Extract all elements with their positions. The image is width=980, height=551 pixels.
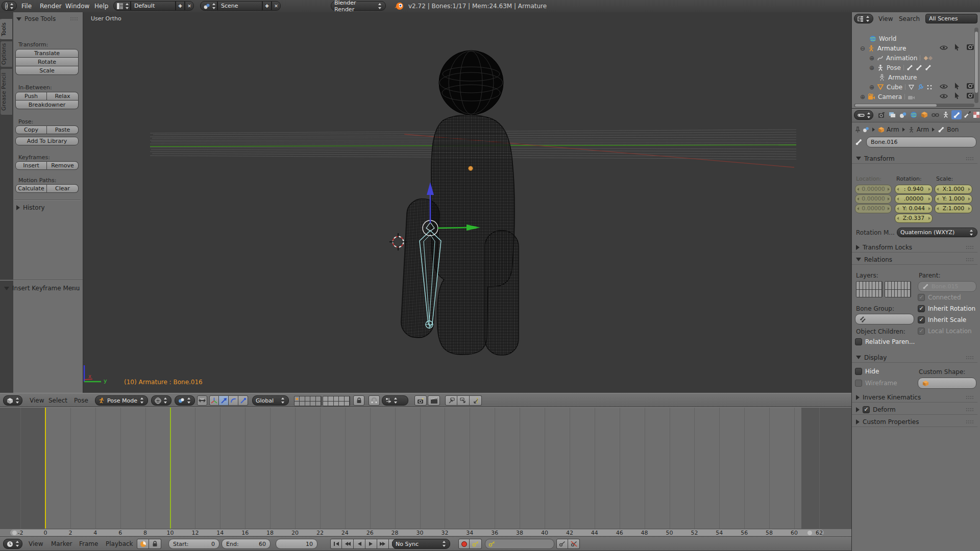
current-frame-line[interactable] [170, 408, 171, 529]
relative-parent-checkbox[interactable]: ✓ [855, 338, 862, 345]
expand-icon[interactable]: ⊕ [869, 84, 874, 90]
inverse-kinematics-panel-header[interactable]: Inverse Kinematics [852, 392, 977, 403]
add-scene-button[interactable]: ✚ [262, 1, 272, 11]
ruler-scrollbar-knob-right[interactable] [807, 531, 812, 535]
renderable-camera-icon[interactable] [966, 44, 974, 51]
tab-render[interactable] [876, 110, 887, 119]
relax-button[interactable]: Relax [47, 92, 79, 101]
bone-layers-grid-1[interactable] [856, 281, 883, 297]
viewport-menu-pose[interactable]: Pose [74, 397, 88, 404]
outliner-item-cube[interactable]: ⊕ Cube [869, 82, 933, 92]
bone-name-field[interactable]: Bone.016 [866, 137, 976, 147]
breadcrumb-armature-label[interactable]: Arm [917, 126, 929, 133]
keying-set-field[interactable] [485, 539, 554, 549]
snap-element-selector[interactable] [382, 395, 408, 406]
add-to-library-button[interactable]: Add To Library [15, 137, 79, 145]
mode-selector[interactable]: Pose Mode [95, 395, 148, 406]
tab-armature-data[interactable] [941, 110, 951, 119]
expand-icon[interactable]: ⊕ [869, 55, 874, 61]
viewport-3d[interactable]: z x y User Ortho (10) Armature : Bone.01… [0, 12, 851, 393]
viewport-menu-view[interactable]: View [30, 397, 44, 404]
tab-texture[interactable] [973, 110, 980, 119]
info-editor-button[interactable]: i [2, 1, 17, 11]
jump-next-keyframe-button[interactable] [377, 539, 389, 549]
jump-prev-keyframe-button[interactable] [342, 539, 354, 549]
frame-end-field[interactable]: End:60 [222, 539, 271, 549]
breadcrumb-armature-icon[interactable] [908, 127, 915, 133]
play-reverse-button[interactable] [354, 539, 365, 549]
snap-toggle-button[interactable] [369, 395, 380, 406]
inherit-rotation-checkbox[interactable]: ✓ [918, 305, 925, 312]
pin-icon[interactable] [855, 127, 861, 133]
transform-locks-panel-header[interactable]: Transform Locks [852, 242, 977, 253]
opengl-render-button[interactable] [414, 395, 427, 406]
selectable-cursor-icon[interactable] [954, 82, 960, 90]
ruler-scrollbar-knob-left[interactable] [12, 531, 17, 535]
transform-orientation-selector[interactable]: Global [252, 395, 289, 406]
pivot-point-selector[interactable] [175, 395, 195, 406]
lock-time-cursor-button[interactable] [149, 539, 161, 549]
autokey-record-button[interactable] [458, 539, 470, 549]
properties-editor-type-selector[interactable] [854, 110, 873, 120]
location-x-field[interactable]: 0.00000 [855, 185, 892, 194]
local-location-checkbox-row[interactable]: ✓ Local Location [918, 328, 972, 335]
lock-to-scene-button[interactable] [353, 395, 364, 406]
calculate-paths-button[interactable]: Calculate [15, 184, 47, 193]
outliner-vscrollbar-thumb[interactable] [975, 32, 978, 93]
expand-icon[interactable]: ⊕ [869, 65, 874, 71]
tab-world[interactable] [909, 110, 919, 119]
inherit-scale-checkbox-row[interactable]: ✓ Inherit Scale [918, 316, 966, 323]
tab-bone-constraints[interactable] [962, 110, 972, 119]
push-button[interactable]: Push [15, 92, 47, 101]
outliner-item-armature-data[interactable]: Armature [878, 72, 917, 82]
frame-start-field[interactable]: Start:0 [168, 539, 219, 549]
manipulator-toggle-button[interactable] [197, 395, 207, 406]
outliner-menu-view[interactable]: View [878, 15, 893, 22]
scene-name-field[interactable]: Scene [217, 1, 262, 11]
tab-tools[interactable]: Tools [0, 18, 13, 40]
deform-panel-header[interactable]: ✓ Deform [852, 405, 977, 415]
render-engine-selector[interactable]: Blender Render [331, 1, 386, 11]
rotation-w-field[interactable]: : 0.940 [895, 185, 933, 194]
copy-pose-toolbar-button[interactable] [445, 395, 457, 406]
insert-keyframes-button[interactable] [556, 539, 568, 549]
tab-options[interactable]: Options [0, 41, 13, 67]
history-panel-header[interactable]: History [16, 204, 81, 211]
menu-file[interactable]: File [21, 3, 32, 10]
scale-x-field[interactable]: X:1.000 [935, 185, 972, 194]
rotation-z-field[interactable]: Z:0.337 [895, 214, 933, 223]
relative-parent-checkbox-row[interactable]: ✓ Relative Paren... [855, 338, 915, 345]
breadcrumb-bone-icon[interactable] [938, 126, 945, 133]
timeline-ruler[interactable]: -202468101214161820222426283032343638404… [0, 529, 851, 536]
pose-tools-panel-header[interactable]: Pose Tools [16, 15, 81, 22]
renderable-camera-icon[interactable] [966, 83, 974, 89]
bone-group-field[interactable] [855, 314, 914, 324]
tab-render-layers[interactable] [887, 110, 897, 119]
outliner-item-world[interactable]: World [869, 34, 896, 43]
connected-checkbox-row[interactable]: ✓ Connected [918, 294, 961, 301]
scene-selector-icon[interactable] [200, 1, 217, 11]
copy-pose-button[interactable]: Copy [15, 126, 47, 134]
add-screen-button[interactable]: ✚ [176, 1, 185, 11]
outliner-menu-search[interactable]: Search [899, 15, 920, 22]
tab-bone[interactable] [951, 110, 962, 119]
manipulator-scale-button[interactable] [238, 395, 248, 406]
viewport-shading-selector[interactable] [151, 395, 172, 406]
wireframe-checkbox-row[interactable]: ✓ Wireframe [855, 380, 897, 387]
screen-name-field[interactable]: Default [131, 1, 176, 11]
current-frame-field[interactable]: 10 [276, 539, 317, 549]
outliner-item-pose[interactable]: ⊕ Pose [869, 63, 932, 72]
manipulator-rotate-button[interactable] [229, 395, 238, 406]
custom-shape-field[interactable] [918, 378, 976, 389]
sync-mode-selector[interactable]: No Sync [392, 539, 450, 549]
paste-flipped-pose-button[interactable] [470, 395, 482, 406]
scale-button[interactable]: Scale [15, 66, 79, 75]
relations-panel-header[interactable]: Relations [852, 255, 977, 265]
manipulator-translate-button[interactable] [219, 395, 229, 406]
viewport-layers-group2[interactable] [323, 396, 350, 406]
translate-button[interactable]: Translate [15, 49, 79, 58]
tab-grease-pencil[interactable]: Grease Pencil [0, 68, 13, 115]
play-button[interactable] [365, 539, 377, 549]
hide-eye-icon[interactable] [940, 93, 948, 99]
connected-checkbox[interactable]: ✓ [918, 294, 925, 301]
